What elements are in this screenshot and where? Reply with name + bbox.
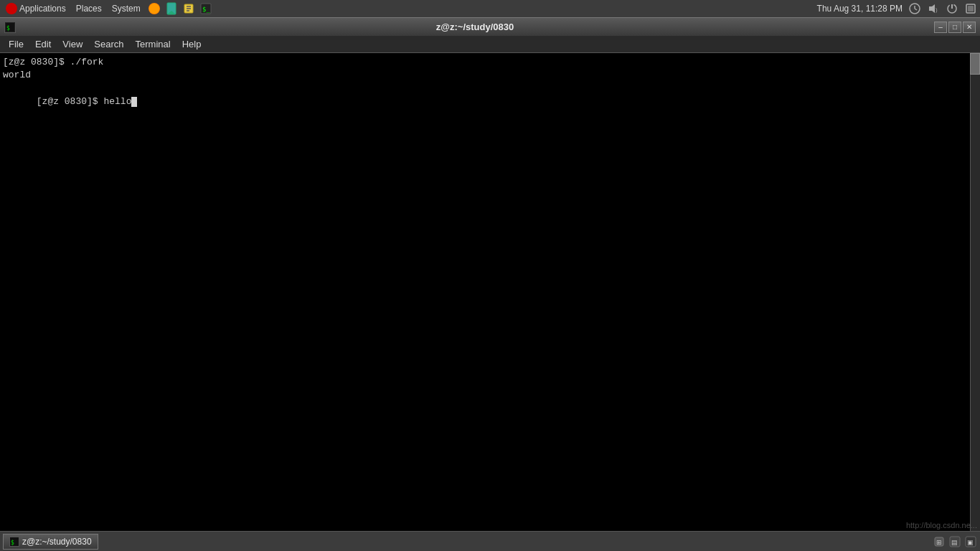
pencil-icon [182,2,195,15]
taskbar-terminal-icon: $ [9,537,19,547]
taskbar: $ z@z:~/study/0830 ⊞ ▤ ▣ [0,531,980,551]
close-button[interactable]: ✕ [963,22,976,33]
bookmark-icon [165,2,178,15]
quicklaunch-1[interactable] [165,2,178,15]
scrollbar-track[interactable] [970,53,980,534]
panel-right: Thu Aug 31, 11:28 PM ) [817,2,977,15]
firefox-icon [149,3,160,14]
taskbar-item-label: z@z:~/study/0830 [22,537,92,547]
svg-text:$_: $_ [202,6,210,13]
svg-text:▣: ▣ [967,539,974,546]
svg-rect-16 [968,6,974,11]
resize-svg [965,3,976,14]
system-panel: Applications Places System [0,0,980,17]
taskbar-terminal-item[interactable]: $ z@z:~/study/0830 [3,534,98,550]
notif-svg-2: ▤ [949,536,961,547]
maximize-button[interactable]: □ [948,22,961,33]
power-button[interactable] [946,2,958,15]
quicklaunch-3[interactable]: $_ [199,2,212,15]
applications-menu[interactable]: Applications [3,0,69,17]
terminal-window-icon: $ [4,22,16,33]
panel-left: Applications Places System [3,0,212,17]
redhat-icon [6,3,17,14]
notif-icon-3[interactable]: ▣ [964,535,977,548]
applications-label: Applications [19,4,66,14]
terminal-mini-icon: $ [6,23,14,32]
svg-marker-11 [929,4,935,13]
notif-svg-1: ⊞ [933,536,945,547]
menu-edit[interactable]: Edit [29,37,57,51]
menu-help[interactable]: Help [176,37,207,51]
title-bar: $ z@z:~/study/0830 – □ ✕ [0,17,980,36]
terminal-menu-bar: File Edit View Search Terminal Help [0,36,980,53]
svg-text:▤: ▤ [951,539,958,546]
terminal-window: $ z@z:~/study/0830 – □ ✕ File Edit View … [0,17,980,534]
places-menu[interactable]: Places [73,0,105,17]
watermark: http://blog.csdn.ne... [903,519,980,531]
svg-text:$: $ [11,540,14,546]
notif-svg-3: ▣ [965,536,976,547]
svg-text:$: $ [6,25,10,32]
taskbar-term-svg: $ [10,537,19,546]
terminal-line-2: world [3,69,977,82]
menu-view[interactable]: View [57,37,88,51]
menu-terminal[interactable]: Terminal [130,37,176,51]
notif-icon-2[interactable]: ▤ [948,535,961,548]
svg-text:): ) [936,6,938,13]
svg-line-10 [915,9,917,10]
title-bar-left: $ [4,22,16,33]
volume-svg: ) [928,3,939,14]
terminal-icon: $_ [199,2,212,15]
places-label: Places [76,4,102,14]
terminal-line-1: [z@z 0830]$ ./fork [3,56,977,69]
terminal-prompt-3: [z@z 0830]$ hello [37,96,132,107]
terminal-content[interactable]: [z@z 0830]$ ./fork world [z@z 0830]$ hel… [0,53,980,534]
minimize-button[interactable]: – [934,22,947,33]
notif-icon-1[interactable]: ⊞ [933,535,946,548]
system-label: System [112,4,141,14]
taskbar-right: ⊞ ▤ ▣ [933,535,977,548]
resize-icon[interactable] [964,2,977,15]
window-title: z@z:~/study/0830 [16,22,934,32]
system-menu[interactable]: System [109,0,143,17]
volume-icon[interactable]: ) [927,2,940,15]
quicklaunch-2[interactable] [182,2,195,15]
terminal-cursor [131,97,137,107]
clock-icon[interactable] [908,2,921,15]
power-svg [946,3,958,14]
datetime-display: Thu Aug 31, 11:28 PM [817,4,903,14]
window-controls: – □ ✕ [934,22,976,33]
svg-text:⊞: ⊞ [936,539,942,546]
scrollbar-thumb[interactable] [970,53,980,75]
firefox-launcher[interactable] [148,2,161,15]
clock-svg [909,3,920,14]
menu-search[interactable]: Search [88,37,129,51]
menu-file[interactable]: File [3,37,29,51]
terminal-line-3: [z@z 0830]$ hello [3,82,977,121]
